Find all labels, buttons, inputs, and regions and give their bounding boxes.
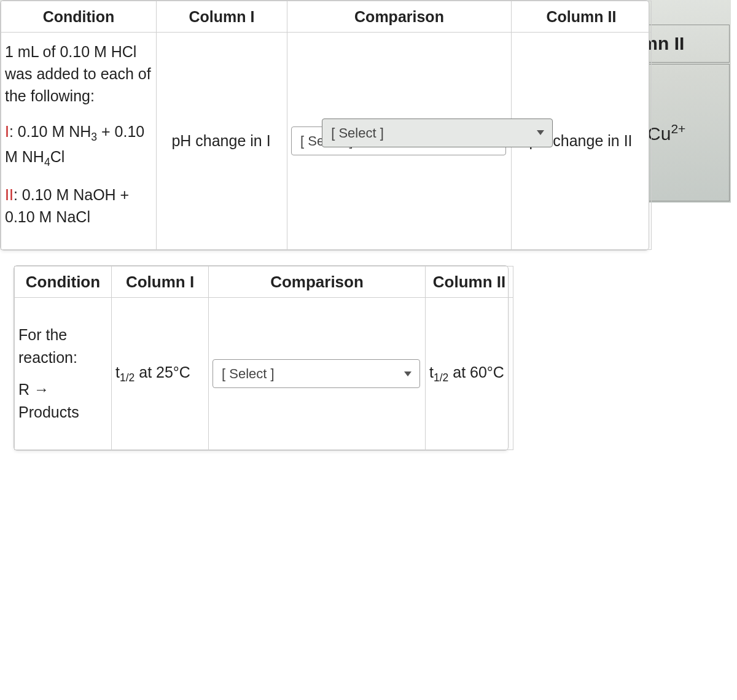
header-column-2: Column II	[426, 266, 513, 298]
header-column-1: Column I	[157, 1, 287, 33]
condition-case-2: II: 0.10 M NaOH + 0.10 M NaCl	[5, 184, 151, 228]
header-condition: Condition	[1, 1, 157, 33]
comparison-cell: [ Select ]	[209, 298, 426, 450]
comparison-table-2: Condition Column I Comparison Column II …	[14, 265, 509, 451]
comparison-select[interactable]: [ Select ]	[213, 359, 420, 388]
header-column-1: Column I	[112, 266, 209, 298]
condition-cell: For the reaction: R → Products	[15, 298, 112, 450]
column-1-cell: t1/2 at 25°C	[112, 298, 209, 450]
condition-cell: 1 mL of 0.10 M HCl was added to each of …	[1, 33, 157, 250]
comparison-select[interactable]: [ Select ]	[322, 119, 553, 147]
column-2-cell: t1/2 at 60°C	[426, 298, 513, 450]
reaction-line: R → Products	[18, 378, 106, 424]
condition-case-1: I: 0.10 M NH3 + 0.10 M NH4Cl	[5, 120, 151, 170]
header-column-2: Column II	[512, 1, 652, 33]
header-comparison: Comparison	[287, 1, 512, 33]
select-wrap: [ Select ]	[322, 119, 553, 147]
select-wrap: [ Select ]	[213, 359, 420, 388]
header-comparison: Comparison	[209, 266, 426, 298]
header-condition: Condition	[15, 266, 112, 298]
condition-intro: 1 mL of 0.10 M HCl was added to each of …	[5, 41, 151, 107]
column-1-cell: pH change in I	[157, 33, 287, 250]
